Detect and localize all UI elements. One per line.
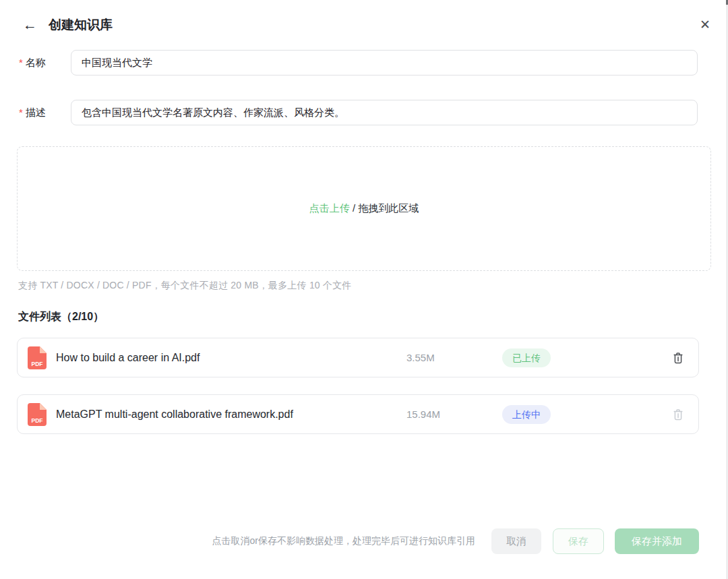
status-badge-uploading: 上传中 — [502, 405, 551, 424]
name-field-row: *名称 — [19, 50, 698, 75]
trash-icon — [671, 351, 685, 365]
click-to-upload-link[interactable]: 点击上传 — [309, 202, 350, 214]
file-name: How to build a career in AI.pdf — [56, 352, 406, 364]
back-button[interactable]: ← — [23, 18, 37, 32]
required-asterisk: * — [19, 57, 23, 68]
create-knowledge-base-dialog: ← 创建知识库 ✕ *名称 *描述 点击上传 / 拖拽到此区域 支持 TXT /… — [0, 0, 728, 434]
description-label-text: 描述 — [26, 106, 46, 118]
file-row: PDF How to build a career in AI.pdf 3.55… — [17, 338, 699, 377]
status-badge-uploaded: 已上传 — [502, 348, 551, 367]
arrow-left-icon: ← — [23, 17, 37, 32]
save-button[interactable]: 保存 — [553, 528, 604, 554]
name-label: *名称 — [19, 57, 71, 69]
file-row: PDF MetaGPT multi-agent collaborative fr… — [17, 394, 699, 434]
required-asterisk: * — [19, 106, 23, 118]
dialog-footer: 点击取消or保存不影响数据处理，处理完毕后可进行知识库引用 取消 保存 保存并添… — [212, 528, 699, 554]
name-label-text: 名称 — [26, 57, 46, 68]
close-button[interactable]: ✕ — [700, 18, 710, 31]
close-icon: ✕ — [700, 18, 710, 32]
description-field-row: *描述 — [19, 100, 698, 125]
upload-dropzone[interactable]: 点击上传 / 拖拽到此区域 — [17, 146, 711, 271]
trash-icon — [671, 408, 685, 421]
pdf-file-icon: PDF — [28, 346, 47, 369]
cancel-button[interactable]: 取消 — [491, 528, 541, 554]
drag-here-text: / 拖拽到此区域 — [350, 202, 419, 214]
footer-note: 点击取消or保存不影响数据处理，处理完毕后可进行知识库引用 — [212, 535, 475, 547]
file-size: 15.94M — [406, 408, 502, 420]
save-and-add-button[interactable]: 保存并添加 — [615, 528, 699, 554]
dialog-header: ← 创建知识库 ✕ — [0, 0, 728, 35]
file-name: MetaGPT multi-agent collaborative framew… — [56, 408, 406, 421]
delete-file-button[interactable] — [671, 351, 685, 365]
pdf-icon-label: PDF — [32, 417, 43, 424]
pdf-icon-label: PDF — [32, 361, 43, 367]
upload-restrictions-hint: 支持 TXT / DOCX / DOC / PDF，每个文件不超过 20 MB，… — [18, 280, 711, 292]
panel-right-border — [727, 0, 727, 579]
pdf-file-icon: PDF — [28, 403, 47, 426]
file-list-title: 文件列表（2/10） — [18, 310, 728, 324]
delete-file-button-disabled[interactable] — [671, 408, 685, 421]
name-input[interactable] — [71, 50, 698, 75]
description-input[interactable] — [71, 100, 698, 125]
file-size: 3.55M — [406, 352, 502, 363]
description-label: *描述 — [19, 106, 71, 119]
page-title: 创建知识库 — [49, 16, 113, 34]
